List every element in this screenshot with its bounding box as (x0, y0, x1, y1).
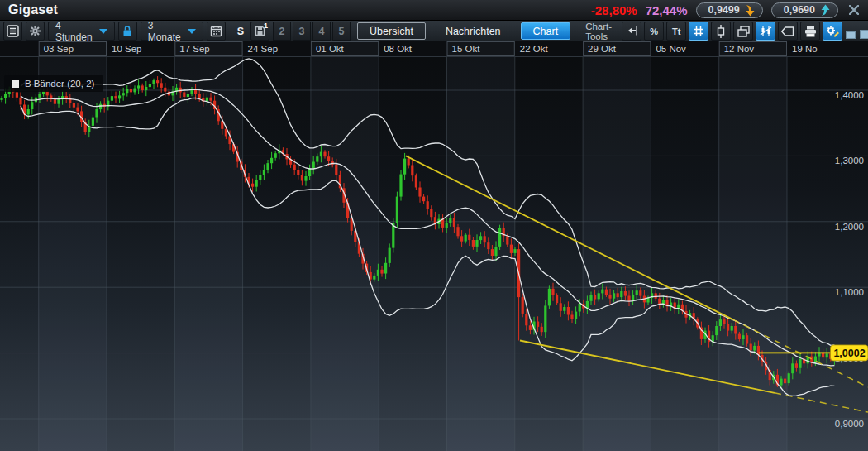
trendline-extension (775, 393, 868, 412)
y-axis-label: 1,3000 (835, 156, 864, 166)
grid-tool-icon[interactable] (689, 22, 708, 41)
calendar-icon[interactable] (207, 22, 226, 41)
y-axis-label: 1,4000 (835, 90, 864, 100)
sell-price-value: 0,9499 (708, 4, 740, 16)
chart-tools-label: Chart-Tools (585, 22, 612, 41)
indicator-label: B Bänder (20, 2) (25, 79, 94, 89)
save-slot-1-button[interactable]: 1 (250, 22, 269, 41)
price-chart[interactable]: 03 Sep10 Sep17 Sep24 Sep01 Okt08 Okt15 O… (0, 41, 868, 451)
x-axis-label: 17 Sep (179, 44, 209, 54)
save-slot-5-button[interactable]: 5 (332, 22, 351, 41)
window-title: Gigaset (8, 2, 58, 17)
x-axis-label: 03 Sep (44, 44, 74, 54)
watchlist-icon[interactable] (3, 22, 22, 41)
x-axis-label: 24 Sep (248, 44, 278, 54)
undo-tool-icon[interactable] (622, 22, 641, 41)
x-axis-label: 08 Okt (384, 44, 413, 54)
percent-tool-icon[interactable]: % (644, 22, 664, 41)
x-axis-label: 19 No (792, 44, 818, 54)
candlestick-tool-icon[interactable] (711, 22, 731, 41)
indicator-legend-chip[interactable]: B Bänder (20, 2) (4, 75, 103, 92)
trading-chart-window: Gigaset -28,80% 72,44% 0,9499 0,9690 (0, 0, 868, 451)
print-tool-icon[interactable] (800, 22, 820, 41)
title-bar: Gigaset -28,80% 72,44% 0,9499 0,9690 (0, 0, 868, 21)
chevron-down-icon (188, 29, 196, 34)
bollinger-band-line (21, 98, 834, 396)
chevron-down-icon (99, 29, 107, 34)
lock-icon[interactable] (118, 22, 137, 41)
sell-price-button[interactable]: 0,9499 (696, 2, 763, 18)
save-slots-label: S (237, 26, 244, 37)
x-axis-label: 29 Okt (588, 44, 617, 54)
y-axis-label: 1,2000 (835, 222, 864, 232)
text-size-tool-icon[interactable]: Tt (666, 22, 686, 41)
y-axis-label: 1,1000 (835, 287, 864, 297)
settings-edit-tool-icon[interactable] (823, 22, 842, 41)
x-axis-label: 15 Okt (452, 44, 481, 54)
x-axis-label: 01 Okt (316, 44, 345, 54)
current-price-badge: 1,0002 (831, 345, 868, 361)
indicator-tool-icon[interactable] (756, 22, 775, 41)
window-size-controls (846, 23, 868, 39)
chart-toolbar: 4 Stunden 3 Monate S 1 2345 ÜbersichtNac… (0, 21, 868, 42)
buy-price-value: 0,9690 (784, 4, 815, 16)
x-axis-label: 05 Nov (656, 44, 686, 54)
tab-nachrichten[interactable]: Nachrichten (434, 22, 513, 40)
x-axis-label: 22 Okt (520, 44, 549, 54)
windows-tool-icon[interactable] (733, 22, 753, 41)
range-value: 3 Monate (148, 20, 181, 43)
secondary-percent: 72,44% (646, 3, 688, 17)
window-size-medium-button[interactable] (860, 30, 868, 39)
change-percent: -28,80% (591, 3, 637, 17)
x-axis-label: 12 Nov (724, 44, 755, 54)
x-axis-label: 10 Sep (112, 44, 141, 54)
chart-area[interactable]: 03 Sep10 Sep17 Sep24 Sep01 Okt08 Okt15 O… (0, 41, 868, 451)
save-slot-2-button[interactable]: 2 (273, 22, 291, 41)
save-slot-1-number: 1 (264, 22, 268, 30)
y-axis-label: 0,9000 (835, 419, 864, 429)
arrow-down-icon (745, 4, 756, 17)
buy-price-button[interactable]: 0,9690 (771, 2, 838, 18)
view-tabs: ÜbersichtNachrichtenChart (357, 22, 570, 40)
close-icon[interactable] (847, 2, 861, 17)
interval-dropdown[interactable]: 4 Stunden (48, 22, 115, 41)
tab-übersicht[interactable]: Übersicht (357, 22, 426, 40)
save-slot-4-button[interactable]: 4 (312, 22, 331, 41)
chart-tools-group: %Tt (622, 22, 842, 41)
range-dropdown[interactable]: 3 Monate (141, 22, 203, 41)
svg-text:1,0002: 1,0002 (833, 348, 865, 359)
window-size-small-button[interactable] (846, 31, 856, 39)
label-tag-tool-icon[interactable] (778, 22, 798, 41)
save-slot-group: 2345 (273, 22, 351, 41)
bollinger-band-line (21, 89, 834, 366)
tab-chart[interactable]: Chart (521, 22, 571, 40)
interval-value: 4 Stunden (55, 20, 93, 43)
indicator-swatch (12, 80, 19, 88)
title-bar-right: -28,80% 72,44% 0,9499 0,9690 (591, 2, 868, 18)
arrow-up-icon (820, 4, 831, 17)
gear-icon[interactable] (26, 22, 45, 41)
save-slot-3-button[interactable]: 3 (293, 22, 311, 41)
